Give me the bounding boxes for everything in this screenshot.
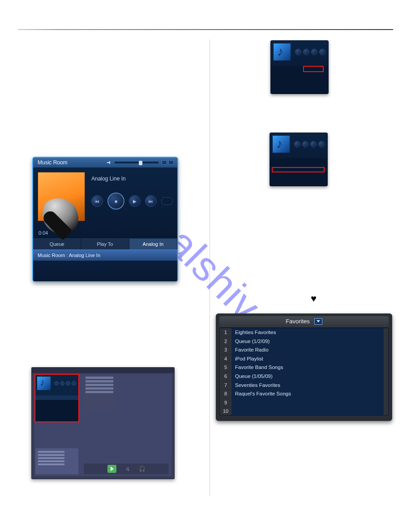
volume-icon — [107, 160, 111, 165]
app-shot-titlebar — [32, 368, 174, 373]
player-transport-controls: ⏮ ■ ▶ ⏭ — [91, 193, 173, 210]
favorites-item[interactable]: Favorite Radio — [235, 346, 384, 355]
app-shot-album-art — [37, 377, 51, 390]
collapse-icon[interactable] — [168, 160, 174, 165]
favorites-row-number: 8 — [220, 390, 231, 399]
app-overview-screenshot: ♫ 🎧 — [31, 367, 175, 479]
favorites-row-number: 4 — [220, 355, 231, 364]
app-shot-stop-icon — [60, 381, 64, 386]
app-shot-headphones-icon: 🎧 — [139, 466, 145, 472]
player-title-right — [107, 160, 177, 165]
favorites-list: Eighties Favorites Queue (1/2/09) Favori… — [231, 328, 384, 415]
mini-player-analog-tab-callout — [270, 40, 329, 94]
player-meta: Analog Line In ⏮ ■ ▶ ⏭ — [91, 172, 173, 226]
mini-transport-controls — [295, 49, 325, 55]
favorites-row-number: 1 — [220, 328, 231, 337]
next-button[interactable]: ⏭ — [145, 195, 157, 207]
favorites-row-numbers: 1 2 3 4 5 6 7 8 9 10 — [220, 328, 231, 415]
favorites-item[interactable] — [235, 399, 384, 407]
favorites-item[interactable]: Queue (1/2/09) — [235, 337, 384, 346]
mini-transport-controls — [294, 141, 325, 147]
play-button[interactable]: ▶ — [129, 195, 141, 207]
highlight-analog-in-tab — [303, 66, 324, 72]
expand-icon[interactable] — [162, 160, 167, 165]
volume-slider[interactable] — [114, 161, 159, 164]
favorites-item[interactable]: Queue (1/05/09) — [235, 372, 384, 381]
highlight-now-playing-region — [35, 375, 78, 421]
player-selected-source-row[interactable]: Music Room : Analog Line In — [33, 249, 177, 261]
favorites-header: Favorites — [219, 316, 389, 328]
favorites-row-number: 10 — [220, 407, 231, 416]
mini-player-source-row-callout — [270, 133, 328, 186]
favorites-row-number: 3 — [220, 346, 231, 355]
favorites-body: 1 2 3 4 5 6 7 8 9 10 Eighties Favorites … — [219, 328, 389, 416]
app-shot-footer: ♫ 🎧 — [84, 463, 169, 474]
prev-button[interactable]: ⏮ — [91, 195, 103, 207]
favorites-panel: Favorites 1 2 3 4 5 6 7 8 9 10 Eighties … — [216, 313, 392, 421]
app-shot-play-icon — [66, 381, 70, 386]
player-list-empty-area — [33, 261, 177, 282]
mini-next-icon — [319, 49, 325, 55]
player-window-controls — [162, 160, 174, 165]
player-title-text: Music Room — [38, 158, 68, 167]
favorites-scrollbar[interactable] — [384, 328, 388, 415]
favorites-item[interactable]: Seventies Favorites — [235, 381, 384, 390]
player-tabs: Queue Play To Analog In — [33, 238, 177, 249]
more-button[interactable] — [161, 197, 173, 205]
mini-prev-icon — [295, 49, 301, 55]
favorites-row-number: 2 — [220, 337, 231, 346]
player-titlebar: Music Room — [33, 158, 177, 167]
favorites-item[interactable] — [235, 407, 384, 415]
app-shot-np-lower — [35, 395, 78, 421]
app-shot-room-list — [35, 448, 78, 474]
app-shot-transport-controls — [54, 381, 76, 386]
tab-queue[interactable]: Queue — [33, 239, 81, 249]
mini-album-art — [274, 43, 291, 60]
app-shot-prev-icon — [54, 381, 59, 386]
column-divider — [210, 39, 210, 496]
player-track-title: Analog Line In — [91, 176, 173, 182]
highlight-selected-source-row — [272, 167, 325, 172]
player-album-art — [38, 172, 85, 221]
favorites-item[interactable]: Favorite Band Songs — [235, 363, 384, 372]
favorites-title: Favorites — [286, 318, 309, 325]
tab-play-to[interactable]: Play To — [81, 239, 129, 249]
mini-next-icon — [318, 141, 325, 147]
favorites-dropdown-button[interactable] — [314, 318, 322, 325]
favorites-row-number: 7 — [220, 381, 231, 390]
stop-button[interactable]: ■ — [107, 193, 124, 210]
page-top-rule — [18, 29, 393, 30]
tab-analog-in[interactable]: Analog In — [129, 239, 177, 249]
app-shot-category-list — [84, 375, 115, 411]
app-shot-next-icon — [72, 381, 76, 386]
mini-prev-icon — [294, 141, 300, 147]
mini-album-art — [273, 136, 290, 153]
heart-icon: ♥ — [311, 293, 317, 305]
favorites-item[interactable]: Eighties Favorites — [235, 328, 384, 337]
player-body: Analog Line In ⏮ ■ ▶ ⏭ — [33, 167, 177, 230]
favorites-row-number: 9 — [220, 399, 231, 408]
app-shot-play-button — [107, 465, 116, 473]
now-playing-panel: Music Room Analog Line In ⏮ ■ ▶ ⏭ 0:04 Q… — [32, 157, 178, 282]
mini-stop-icon — [303, 49, 309, 55]
favorites-item[interactable]: Raquel's Favorite Songs — [235, 390, 384, 399]
favorites-row-number: 5 — [220, 363, 231, 372]
favorites-row-number: 6 — [220, 372, 231, 381]
app-shot-music-icon: ♫ — [124, 466, 131, 472]
mini-play-icon — [311, 49, 317, 55]
mini-stop-icon — [302, 141, 308, 147]
app-shot-body: ♫ 🎧 — [34, 374, 171, 476]
favorites-item[interactable]: iPod Playlist — [235, 355, 384, 364]
mini-play-icon — [310, 141, 317, 147]
